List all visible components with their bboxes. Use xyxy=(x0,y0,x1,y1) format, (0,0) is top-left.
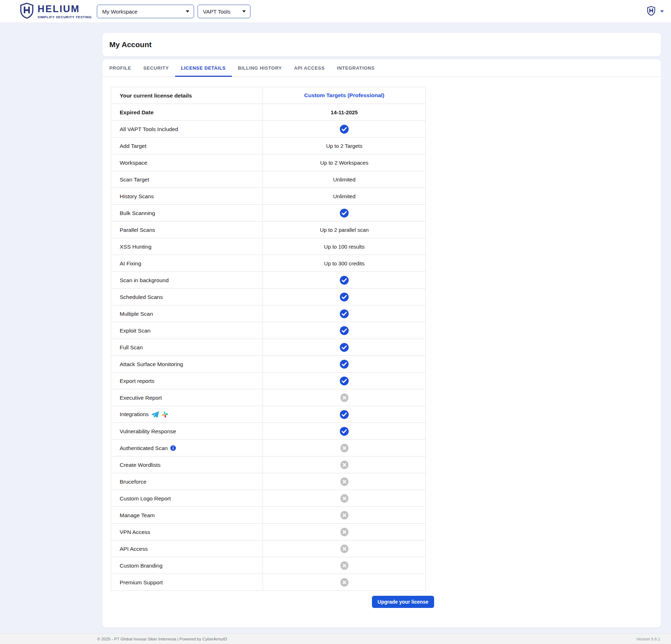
feature-value: Up to 2 Workspaces xyxy=(320,160,368,166)
feature-status-cell xyxy=(263,272,426,289)
feature-label: Custom Branding xyxy=(120,562,163,568)
vapt-tools-select[interactable]: VAPT Tools xyxy=(198,5,250,18)
table-row: Exploit Scan xyxy=(111,322,426,339)
shield-logo-icon xyxy=(19,3,34,20)
check-circle-icon xyxy=(339,410,349,419)
feature-label: Add Target xyxy=(120,143,146,149)
feature-value: Up to 2 Targets xyxy=(326,143,362,149)
table-row: Manage Team xyxy=(111,507,426,524)
feature-label-cell: Bruceforce xyxy=(111,473,263,490)
vapt-tools-select-value: VAPT Tools xyxy=(203,9,230,15)
feature-value-cell: Up to 2 Targets xyxy=(263,138,426,154)
check-circle-icon xyxy=(339,309,349,319)
license-table-body: Your current license detailsCustom Targe… xyxy=(111,87,426,591)
upgrade-license-button[interactable]: Upgrade your license xyxy=(372,596,434,608)
feature-value-cell: 14-11-2025 xyxy=(263,104,426,121)
tab-security[interactable]: Security xyxy=(137,59,175,76)
table-row: Premium Support xyxy=(111,574,426,591)
feature-label-cell: Scheduled Scans xyxy=(111,289,263,305)
feature-label: Expired Date xyxy=(120,109,154,115)
table-row: Add TargetUp to 2 Targets xyxy=(111,138,426,154)
cross-circle-icon xyxy=(340,477,349,486)
cross-circle-icon xyxy=(340,460,349,470)
feature-status-cell xyxy=(263,356,426,373)
feature-value-cell: Up to 2 Workspaces xyxy=(263,154,426,171)
feature-label-cell: VPN Access xyxy=(111,524,263,540)
table-row: All VAPT Tools Included xyxy=(111,121,426,138)
license-table-wrap: Your current license detailsCustom Targe… xyxy=(111,87,426,608)
shield-account-icon xyxy=(647,6,656,18)
feature-label: Bulk Scanning xyxy=(120,210,155,216)
feature-label: Attack Surface Monitoring xyxy=(120,361,183,367)
check-circle-icon xyxy=(339,326,349,335)
chevron-down-icon xyxy=(242,10,246,13)
feature-status-cell xyxy=(263,524,426,540)
feature-label-cell: Exploit Scan xyxy=(111,322,263,339)
feature-value-cell: Up to 100 results xyxy=(263,238,426,255)
feature-label-cell: Full Scan xyxy=(111,339,263,356)
check-circle-icon xyxy=(339,359,349,369)
license-plan-link[interactable]: Custom Targets (Professional) xyxy=(304,92,384,98)
feature-status-cell xyxy=(263,339,426,356)
feature-label-cell: Export reports xyxy=(111,373,263,389)
tab-billing-history[interactable]: Billing History xyxy=(232,59,288,76)
feature-status-cell xyxy=(263,305,426,322)
tab-integrations[interactable]: Integrations xyxy=(331,59,381,76)
tab-api-access[interactable]: API Access xyxy=(288,59,331,76)
feature-label: Manage Team xyxy=(120,512,155,518)
feature-value: Up to 100 results xyxy=(324,244,364,250)
feature-value: Unlimited xyxy=(333,193,356,199)
table-row: Custom Branding xyxy=(111,557,426,574)
table-row: Custom Logo Report xyxy=(111,490,426,507)
feature-value: Up to 2 parallel scan xyxy=(320,227,369,233)
check-circle-icon xyxy=(339,292,349,302)
cross-circle-icon xyxy=(340,494,349,503)
feature-label: Vulnerability Response xyxy=(120,428,176,434)
feature-label-cell: Attack Surface Monitoring xyxy=(111,356,263,373)
feature-label-cell: Custom Logo Report xyxy=(111,490,263,507)
main-content: My Account ProfileSecurityLicense Detail… xyxy=(103,33,661,628)
feature-status-cell xyxy=(263,473,426,490)
feature-label-cell: Multiple Scan xyxy=(111,305,263,322)
feature-status-cell xyxy=(263,373,426,389)
feature-label: Bruceforce xyxy=(120,478,146,484)
feature-status-cell xyxy=(263,406,426,423)
tab-profile[interactable]: Profile xyxy=(103,59,137,76)
feature-label: Integrations xyxy=(120,411,149,417)
upgrade-row: Upgrade your license xyxy=(111,596,434,608)
table-row: AI FixingUp to 300 credits xyxy=(111,255,426,272)
feature-label: Full Scan xyxy=(120,344,143,350)
feature-label-cell: Vulnerability Response xyxy=(111,423,263,440)
feature-status-cell xyxy=(263,322,426,339)
chevron-down-icon xyxy=(186,10,189,13)
feature-label-cell: Your current license details xyxy=(111,87,263,104)
feature-label: VPN Access xyxy=(120,529,150,535)
table-row: Vulnerability Response xyxy=(111,423,426,440)
chevron-down-icon xyxy=(660,10,664,13)
feature-label: API Access xyxy=(120,545,148,551)
feature-label: Premium Support xyxy=(120,579,163,585)
feature-label: History Scans xyxy=(120,193,154,199)
info-icon[interactable] xyxy=(170,445,176,451)
feature-label-cell: All VAPT Tools Included xyxy=(111,121,263,138)
cross-circle-icon xyxy=(340,510,349,520)
feature-label-cell: Executive Report xyxy=(111,389,263,406)
account-menu[interactable] xyxy=(647,6,664,17)
cross-circle-icon xyxy=(340,578,349,587)
workspace-select[interactable]: My Workspace xyxy=(97,5,194,18)
tab-license-details[interactable]: License Details xyxy=(175,59,232,76)
feature-label: Export reports xyxy=(120,378,154,384)
feature-label-cell: Bulk Scanning xyxy=(111,205,263,221)
table-row: Create Wordlists xyxy=(111,456,426,473)
helium-logo[interactable]: HELIUM SIMPLIFY SECURITY TESTING xyxy=(19,3,92,20)
footer-copyright: © 2025 - PT Global Inovasi Siber Indones… xyxy=(97,637,227,641)
feature-label-cell: API Access xyxy=(111,540,263,557)
footer: © 2025 - PT Global Inovasi Siber Indones… xyxy=(0,633,671,644)
check-circle-icon xyxy=(339,275,349,285)
check-circle-icon xyxy=(339,343,349,352)
feature-label: Scan Target xyxy=(120,176,149,182)
feature-status-cell xyxy=(263,289,426,305)
tabs: ProfileSecurityLicense DetailsBilling Hi… xyxy=(103,59,661,77)
cross-circle-icon xyxy=(340,393,349,403)
feature-label: Scan in background xyxy=(120,277,169,283)
